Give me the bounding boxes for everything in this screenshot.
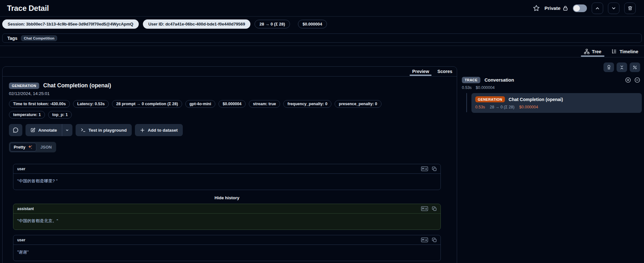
comments-button[interactable] [9, 124, 22, 136]
tab-timeline[interactable]: Timeline [611, 46, 639, 57]
generation-title: Chat Completion (openai) [509, 97, 563, 102]
trace-meta-badges: Session: 3bb00ec7-1b13-4c9b-85ee-3d9d70f… [2, 19, 642, 29]
copy-icon[interactable] [432, 206, 437, 211]
message-role: user [17, 167, 25, 171]
sparkles-icon [28, 145, 33, 150]
metric-pill: 28 prompt → 0 completion (Σ 28) [112, 100, 182, 108]
metric-pill: presence_penalty: 0 [335, 100, 381, 108]
star-icon[interactable] [533, 5, 540, 11]
trace-metrics: 0.53s $0.000004 [462, 85, 642, 90]
terminal-icon [81, 128, 86, 133]
comment-bubble-icon [13, 127, 19, 133]
tag-chip[interactable]: Chat Competition [21, 35, 57, 41]
metrics-toggle-button[interactable] [630, 62, 640, 72]
collapse-all-button[interactable] [617, 62, 627, 72]
trace-tree-root[interactable]: TRACE Conversation [462, 77, 642, 83]
copy-icon[interactable] [432, 237, 437, 242]
chevron-up-icon [595, 6, 600, 11]
tab-preview[interactable]: Preview [411, 67, 430, 76]
generation-metrics: 0.53s 28 → 0 (Σ 28) $0.000004 [475, 105, 638, 109]
metric-pill: stream: true [249, 100, 280, 108]
plus-circle-icon[interactable] [625, 77, 631, 83]
edit-pen-icon [30, 128, 35, 133]
generation-type-badge: GENERATION [475, 96, 505, 102]
scores-toggle-button[interactable] [603, 62, 614, 72]
trace-detail-page: Trace Detail Private Sessi [0, 0, 644, 263]
percent-icon [633, 65, 637, 70]
metric-pill: top_p: 1 [48, 111, 72, 119]
view-mode-tabs: Tree Timeline [0, 46, 644, 57]
trace-title: Conversation [485, 77, 514, 83]
chevron-down-icon [611, 6, 616, 11]
observation-header: GENERATION Chat Completion (openai) [9, 82, 450, 89]
generation-tokens: 28 → 0 (Σ 28) [490, 105, 514, 109]
message-content: "中国的首都是哪里? " [13, 174, 440, 190]
annotate-button[interactable]: Annotate [26, 124, 62, 136]
award-icon [606, 65, 611, 70]
message-role: assistant [17, 207, 34, 211]
messages-list: user "中国的首都是哪里? " Hide history assistant [13, 164, 441, 261]
fold-vertical-icon [619, 65, 624, 70]
user-id-badge[interactable]: User ID: dc47a41e-06bc-400d-bde1-f0e440d… [143, 19, 251, 29]
tags-container[interactable]: Tags Chat Competition [2, 33, 642, 43]
message-content: "谢谢" [13, 245, 440, 261]
observation-body: GENERATION Chat Completion (openai) 02/1… [3, 77, 457, 261]
test-in-playground-button[interactable]: Test in playground [76, 124, 132, 136]
markdown-icon[interactable] [421, 166, 428, 171]
tree-children: GENERATION Chat Completion (openai) 0.53… [462, 93, 642, 113]
format-toggle: Pretty JSON [9, 142, 56, 152]
message-user-1: user "中国的首都是哪里? " [13, 164, 441, 190]
generation-cost: $0.000004 [519, 105, 538, 109]
observation-title: Chat Completion (openai) [43, 82, 111, 89]
observation-timestamp: 02/12/2024, 14:25:01 [9, 91, 450, 96]
tab-timeline-label: Timeline [619, 49, 638, 54]
format-json-segment[interactable]: JSON [37, 143, 55, 151]
chevron-down-icon [65, 128, 69, 132]
privacy-label: Private [544, 5, 560, 11]
minus-circle-icon[interactable] [634, 77, 640, 83]
annotate-split-button: Annotate [26, 124, 72, 136]
annotate-dropdown-button[interactable] [62, 124, 72, 136]
plus-icon [140, 128, 145, 133]
observation-card: Preview Scores GENERATION Chat Completio… [2, 66, 457, 263]
tab-tree-label: Tree [592, 49, 602, 54]
timeline-icon [611, 49, 617, 54]
tree-generation-row[interactable]: GENERATION Chat Completion (openai) 0.53… [471, 93, 642, 113]
metric-pill: gpt-4o-mini [185, 100, 215, 108]
markdown-icon[interactable] [421, 206, 428, 211]
message-user-2: user "谢谢" [13, 235, 441, 261]
message-header: assistant [13, 204, 440, 214]
metric-pills: Time to first token: -430.00s Latency: 0… [9, 100, 404, 119]
tab-scores[interactable]: Scores [437, 67, 453, 76]
generation-latency: 0.53s [475, 105, 485, 109]
copy-icon[interactable] [432, 166, 437, 171]
format-pretty-segment[interactable]: Pretty [10, 143, 36, 151]
observation-type-badge: GENERATION [9, 83, 39, 89]
session-badge[interactable]: Session: 3bb00ec7-1b13-4c9b-85ee-3d9d70f… [2, 19, 139, 29]
page-title: Trace Detail [7, 4, 49, 13]
tab-tree[interactable]: Tree [583, 46, 602, 57]
next-trace-button[interactable] [608, 3, 619, 14]
metric-pill: frequency_penalty: 0 [283, 100, 331, 108]
privacy-toggle[interactable] [573, 4, 587, 12]
previous-trace-button[interactable] [592, 3, 603, 14]
header-actions: Private [533, 3, 636, 14]
pretty-label: Pretty [14, 145, 26, 150]
privacy-control[interactable]: Private [544, 5, 568, 11]
toggle-knob [574, 5, 580, 11]
hide-history-button[interactable]: Hide history [13, 195, 441, 200]
delete-trace-button[interactable] [624, 3, 636, 14]
message-header: user [13, 164, 440, 174]
trace-latency: 0.53s [462, 85, 472, 90]
test-in-playground-label: Test in playground [89, 128, 127, 133]
preview-scores-tabs: Preview Scores [3, 67, 457, 77]
tags-label: Tags [7, 36, 18, 41]
trace-cost: $0.000004 [476, 85, 495, 90]
lock-icon [563, 5, 568, 11]
add-to-dataset-button[interactable]: Add to dataset [135, 124, 183, 136]
annotate-label: Annotate [38, 128, 57, 133]
trash-icon [627, 5, 633, 11]
tree-icon [584, 49, 589, 54]
message-assistant: assistant "中国的首都是北京。" [13, 204, 441, 230]
markdown-icon[interactable] [421, 237, 428, 242]
